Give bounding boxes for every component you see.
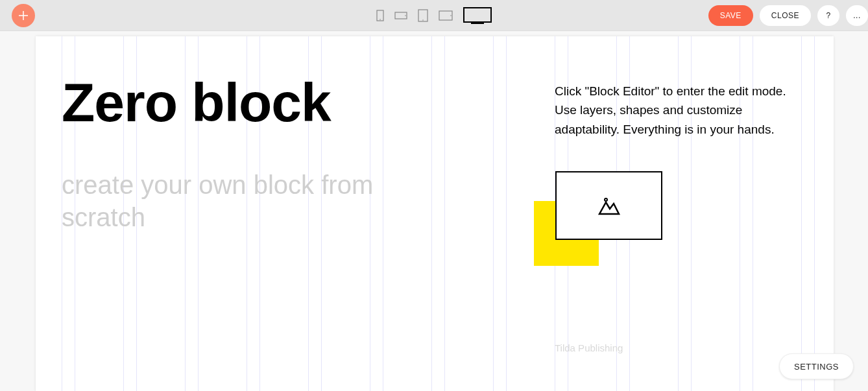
device-switcher: [376, 7, 492, 24]
image-placeholder-frame[interactable]: [555, 171, 662, 240]
device-desktop-icon[interactable]: [463, 7, 492, 24]
close-button[interactable]: CLOSE: [760, 5, 811, 26]
page-canvas[interactable]: Zero block create your own block from sc…: [36, 36, 834, 391]
svg-rect-8: [464, 8, 491, 22]
right-column: Click "Block Editor" to enter the edit m…: [555, 82, 808, 139]
device-phone-portrait-icon[interactable]: [376, 10, 384, 21]
device-phone-landscape-icon[interactable]: [394, 12, 407, 19]
save-button[interactable]: SAVE: [708, 5, 753, 26]
device-tablet-portrait-icon[interactable]: [418, 9, 428, 22]
svg-point-7: [450, 15, 452, 16]
add-button[interactable]: [12, 4, 35, 27]
svg-point-5: [422, 19, 424, 21]
canvas-area[interactable]: Zero block create your own block from sc…: [0, 31, 868, 391]
svg-rect-6: [439, 11, 452, 20]
help-button[interactable]: ?: [817, 5, 839, 26]
svg-point-3: [405, 15, 406, 16]
mountain-image-icon: [597, 196, 621, 215]
toolbar-right-actions: SAVE CLOSE ? ...: [708, 5, 868, 26]
instructions-text[interactable]: Click "Block Editor" to enter the edit m…: [555, 82, 808, 139]
top-toolbar: SAVE CLOSE ? ...: [0, 0, 868, 31]
subheading[interactable]: create your own block from scratch: [62, 169, 451, 233]
more-menu-button[interactable]: ...: [846, 5, 868, 26]
plus-icon: [19, 11, 28, 20]
credit-text[interactable]: Tilda Publishing: [555, 342, 623, 353]
settings-button[interactable]: SETTINGS: [779, 353, 854, 379]
device-tablet-landscape-icon[interactable]: [439, 10, 453, 21]
svg-point-1: [380, 19, 381, 20]
svg-point-10: [605, 198, 607, 201]
